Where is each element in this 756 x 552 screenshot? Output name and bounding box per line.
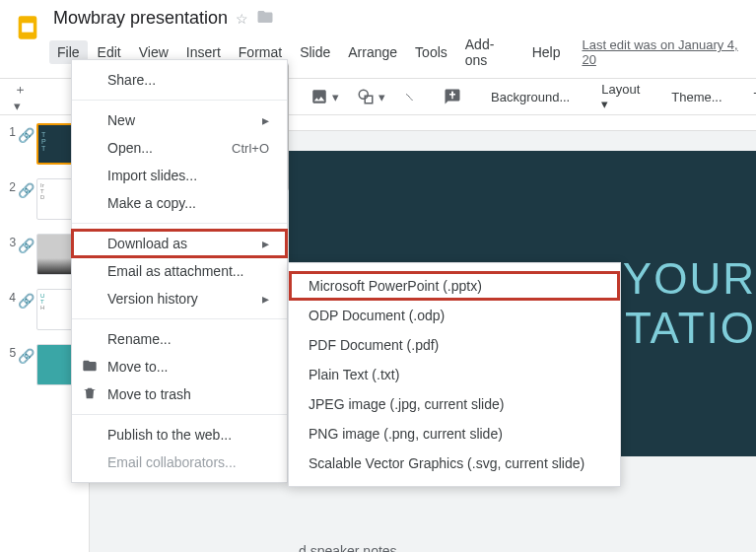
svg-rect-5 [449,94,455,96]
layout-button[interactable]: Layout ▾ [593,78,648,115]
menu-email-collaborators: Email collaborators... [72,448,287,476]
svg-rect-3 [365,96,373,104]
transition-button[interactable]: Transition... [746,86,756,108]
submenu-svg[interactable]: Scalable Vector Graphics (.svg, current … [289,448,620,478]
line-icon[interactable]: ⟍ [397,86,422,108]
image-icon[interactable]: ▾ [305,84,345,109]
menu-tools[interactable]: Tools [407,40,455,64]
doc-title[interactable]: Mowbray presentation [53,8,228,29]
menu-share[interactable]: Share... [72,66,287,94]
background-button[interactable]: Background... [483,86,578,108]
menu-move-to-trash[interactable]: Move to trash [72,380,287,408]
menu-arrange[interactable]: Arrange [340,40,405,64]
svg-rect-1 [22,23,34,32]
submenu-jpeg[interactable]: JPEG image (.jpg, current slide) [289,389,620,419]
link-icon: 🔗 [18,127,34,143]
submenu-pptx[interactable]: Microsoft PowerPoint (.pptx) [289,271,620,301]
chevron-right-icon: ▸ [262,291,269,307]
link-icon: 🔗 [18,348,34,364]
submenu-pdf[interactable]: PDF Document (.pdf) [289,330,620,360]
submenu-txt[interactable]: Plain Text (.txt) [289,360,620,389]
shape-icon[interactable]: ▾ [351,84,391,109]
slides-logo [8,8,47,47]
last-edit-link[interactable]: Last edit was on January 4, 20 [582,37,748,67]
menu-import-slides[interactable]: Import slides... [72,162,287,189]
chevron-right-icon: ▸ [262,112,269,128]
menu-addons[interactable]: Add-ons [457,33,522,72]
trash-icon [82,385,98,404]
menu-open[interactable]: Open...Ctrl+O [72,134,287,162]
file-dropdown: Share... New▸ Open...Ctrl+O Import slide… [71,59,288,483]
menu-move-to[interactable]: Move to... [72,353,287,380]
link-icon: 🔗 [18,182,34,198]
speaker-notes[interactable]: d speaker notes [299,543,397,552]
star-icon[interactable]: ☆ [236,11,248,27]
menu-make-copy[interactable]: Make a copy... [72,189,287,217]
menu-version-history[interactable]: Version history▸ [72,285,287,312]
svg-point-2 [359,90,368,99]
comment-icon[interactable] [438,84,467,109]
menu-help[interactable]: Help [524,40,569,64]
download-as-submenu: Microsoft PowerPoint (.pptx) ODP Documen… [288,262,621,487]
menu-email-attachment[interactable]: Email as attachment... [72,257,287,285]
menu-download-as[interactable]: Download as▸ [72,230,287,257]
submenu-png[interactable]: PNG image (.png, current slide) [289,419,620,448]
menu-rename[interactable]: Rename... [72,325,287,353]
new-slide-button[interactable]: ＋ ▾ [8,77,33,117]
folder-icon[interactable] [256,8,274,29]
link-icon: 🔗 [18,293,34,309]
menu-publish-web[interactable]: Publish to the web... [72,421,287,448]
link-icon: 🔗 [18,238,34,253]
theme-button[interactable]: Theme... [663,86,729,108]
menu-slide[interactable]: Slide [292,40,338,64]
menu-new[interactable]: New▸ [72,106,287,134]
chevron-right-icon: ▸ [262,236,269,251]
submenu-odp[interactable]: ODP Document (.odp) [289,301,620,330]
folder-icon [82,358,98,377]
